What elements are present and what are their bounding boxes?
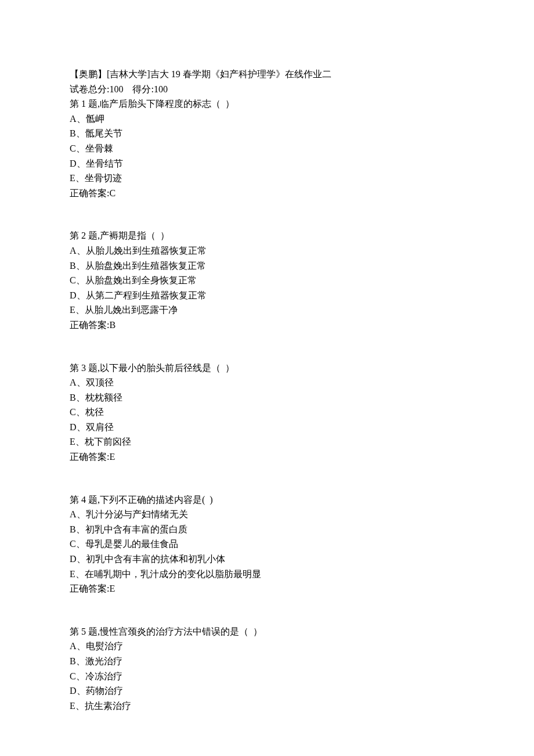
question-option: E、从胎儿娩出到恶露干净 <box>70 303 464 318</box>
question-answer: 正确答案:E <box>70 449 464 465</box>
question-option: D、药物治疗 <box>70 683 464 699</box>
document-header: 【奥鹏】[吉林大学]吉大 19 春学期《妇产科护理学》在线作业二 试卷总分:10… <box>70 67 464 96</box>
question-answer: 正确答案:B <box>70 318 464 333</box>
question-option: D、初乳中含有丰富的抗体和初乳小体 <box>70 552 464 567</box>
question-5: 第 5 题,慢性宫颈炎的治疗方法中错误的是（ ） A、电熨治疗 B、激光治疗 C… <box>70 624 464 714</box>
question-option: C、冷冻治疗 <box>70 669 464 684</box>
question-option: A、乳汁分泌与产妇情绪无关 <box>70 507 464 522</box>
question-stem: 第 3 题,以下最小的胎头前后径线是（ ） <box>70 361 464 376</box>
question-option: C、坐骨棘 <box>70 141 464 156</box>
question-option: C、母乳是婴儿的最佳食品 <box>70 537 464 552</box>
question-option: A、从胎儿娩出到生殖器恢复正常 <box>70 243 464 258</box>
question-2: 第 2 题,产褥期是指（ ） A、从胎儿娩出到生殖器恢复正常 B、从胎盘娩出到生… <box>70 228 464 332</box>
question-option: E、枕下前囟径 <box>70 434 464 449</box>
question-option: B、从胎盘娩出到生殖器恢复正常 <box>70 258 464 273</box>
document-page: 【奥鹏】[吉林大学]吉大 19 春学期《妇产科护理学》在线作业二 试卷总分:10… <box>0 0 534 756</box>
question-option: A、电熨治疗 <box>70 639 464 654</box>
question-option: D、从第二产程到生殖器恢复正常 <box>70 288 464 303</box>
question-option: B、激光治疗 <box>70 654 464 669</box>
question-3: 第 3 题,以下最小的胎头前后径线是（ ） A、双顶径 B、枕枕额径 C、枕径 … <box>70 361 464 465</box>
question-stem: 第 2 题,产褥期是指（ ） <box>70 228 464 243</box>
question-option: B、骶尾关节 <box>70 126 464 141</box>
question-option: A、双顶径 <box>70 375 464 390</box>
question-option: E、坐骨切迹 <box>70 171 464 186</box>
score-line: 试卷总分:100 得分:100 <box>70 82 464 97</box>
question-option: D、坐骨结节 <box>70 156 464 171</box>
question-answer: 正确答案:E <box>70 581 464 596</box>
question-option: E、抗生素治疗 <box>70 699 464 714</box>
question-option: E、在哺乳期中，乳汁成分的变化以脂肪最明显 <box>70 567 464 582</box>
question-option: C、从胎盘娩出到全身恢复正常 <box>70 273 464 288</box>
question-option: B、初乳中含有丰富的蛋白质 <box>70 522 464 537</box>
question-stem: 第 4 题,下列不正确的描述内容是( ) <box>70 492 464 507</box>
question-stem: 第 1 题,临产后胎头下降程度的标志（ ） <box>70 96 464 111</box>
document-title: 【奥鹏】[吉林大学]吉大 19 春学期《妇产科护理学》在线作业二 <box>70 67 464 82</box>
question-stem: 第 5 题,慢性宫颈炎的治疗方法中错误的是（ ） <box>70 624 464 639</box>
question-option: C、枕径 <box>70 405 464 420</box>
question-4: 第 4 题,下列不正确的描述内容是( ) A、乳汁分泌与产妇情绪无关 B、初乳中… <box>70 492 464 596</box>
question-option: D、双肩径 <box>70 420 464 435</box>
question-1: 第 1 题,临产后胎头下降程度的标志（ ） A、骶岬 B、骶尾关节 C、坐骨棘 … <box>70 96 464 200</box>
question-option: B、枕枕额径 <box>70 390 464 405</box>
question-answer: 正确答案:C <box>70 186 464 201</box>
question-option: A、骶岬 <box>70 111 464 127</box>
